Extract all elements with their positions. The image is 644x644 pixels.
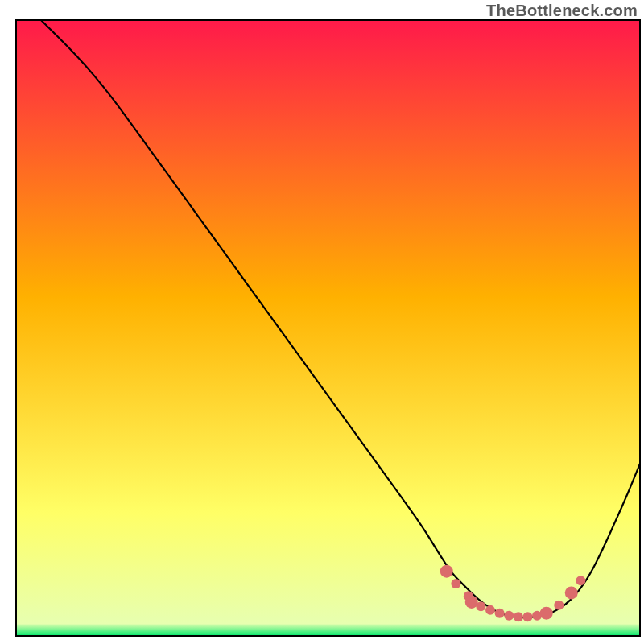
highlight-dot: [565, 586, 578, 599]
watermark-text: TheBottleneck.com: [486, 2, 638, 20]
highlight-dot: [451, 579, 460, 588]
highlight-dot: [485, 605, 495, 615]
highlight-dot: [554, 601, 564, 610]
bottleneck-chart: [0, 0, 644, 644]
highlight-dot: [504, 611, 514, 621]
highlight-dot: [576, 576, 585, 585]
highlight-dot: [465, 596, 478, 609]
highlight-dot: [514, 612, 523, 621]
highlight-dot: [523, 612, 533, 621]
highlight-dot: [440, 565, 453, 578]
highlight-dot: [495, 609, 505, 618]
highlight-dot: [476, 601, 485, 611]
highlight-dot: [540, 607, 553, 620]
chart-container: TheBottleneck.com: [0, 0, 644, 644]
plot-background: [16, 20, 640, 636]
